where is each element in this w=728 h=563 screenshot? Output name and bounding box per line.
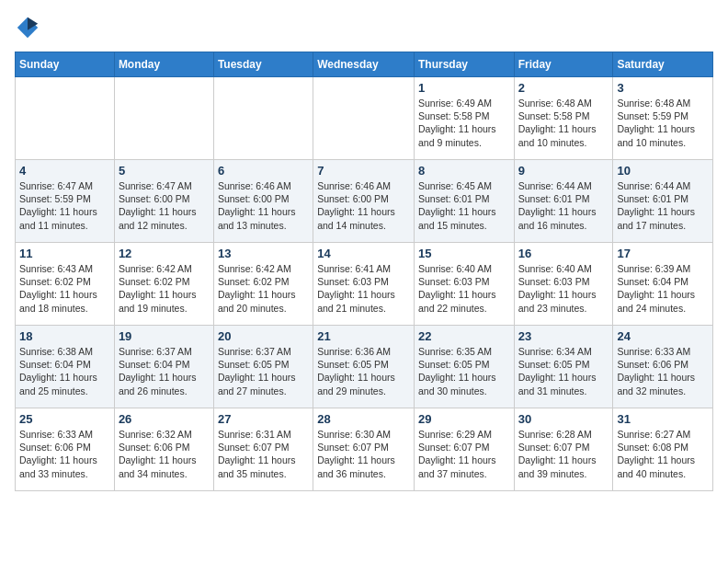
day-number: 27 [218,412,309,426]
calendar-cell: 23Sunrise: 6:34 AM Sunset: 6:05 PM Dayli… [514,326,613,408]
day-info: Sunrise: 6:33 AM Sunset: 6:06 PM Dayligh… [617,345,709,397]
calendar-cell: 2Sunrise: 6:48 AM Sunset: 5:58 PM Daylig… [514,77,613,160]
calendar-week-3: 11Sunrise: 6:43 AM Sunset: 6:02 PM Dayli… [16,243,713,326]
day-info: Sunrise: 6:47 AM Sunset: 5:59 PM Dayligh… [19,179,110,232]
day-info: Sunrise: 6:48 AM Sunset: 5:59 PM Dayligh… [617,97,709,149]
day-info: Sunrise: 6:47 AM Sunset: 6:00 PM Dayligh… [119,179,210,232]
day-info: Sunrise: 6:38 AM Sunset: 6:04 PM Dayligh… [19,345,110,397]
weekday-header-sunday: Sunday [16,52,115,77]
weekday-header-monday: Monday [114,52,213,77]
day-number: 30 [518,412,609,426]
day-info: Sunrise: 6:33 AM Sunset: 6:06 PM Dayligh… [19,428,110,480]
day-number: 1 [418,81,510,95]
day-number: 13 [218,247,309,260]
calendar-cell [213,77,313,160]
day-number: 24 [617,329,709,343]
calendar-cell: 26Sunrise: 6:32 AM Sunset: 6:06 PM Dayli… [114,408,213,491]
day-info: Sunrise: 6:34 AM Sunset: 6:05 PM Dayligh… [518,345,609,397]
day-number: 2 [518,81,609,95]
calendar-cell: 18Sunrise: 6:38 AM Sunset: 6:04 PM Dayli… [16,326,115,408]
day-info: Sunrise: 6:46 AM Sunset: 6:00 PM Dayligh… [218,179,309,232]
calendar-cell: 11Sunrise: 6:43 AM Sunset: 6:02 PM Dayli… [16,243,115,326]
calendar-table: SundayMondayTuesdayWednesdayThursdayFrid… [15,52,713,491]
day-info: Sunrise: 6:31 AM Sunset: 6:07 PM Dayligh… [218,428,309,480]
day-number: 12 [119,247,210,260]
day-number: 5 [119,164,210,178]
day-number: 29 [418,412,510,426]
calendar-week-5: 25Sunrise: 6:33 AM Sunset: 6:06 PM Dayli… [16,408,713,491]
calendar-cell: 15Sunrise: 6:40 AM Sunset: 6:03 PM Dayli… [414,243,514,326]
weekday-header-row: SundayMondayTuesdayWednesdayThursdayFrid… [16,52,713,77]
day-info: Sunrise: 6:43 AM Sunset: 6:02 PM Dayligh… [19,262,110,315]
calendar-cell: 19Sunrise: 6:37 AM Sunset: 6:04 PM Dayli… [114,326,213,408]
day-number: 10 [617,164,709,178]
calendar-cell [114,77,213,160]
calendar-cell: 17Sunrise: 6:39 AM Sunset: 6:04 PM Dayli… [613,243,713,326]
calendar-cell: 30Sunrise: 6:28 AM Sunset: 6:07 PM Dayli… [514,408,613,491]
calendar-cell: 12Sunrise: 6:42 AM Sunset: 6:02 PM Dayli… [114,243,213,326]
calendar-cell: 3Sunrise: 6:48 AM Sunset: 5:59 PM Daylig… [613,77,713,160]
day-number: 11 [19,247,110,260]
day-info: Sunrise: 6:28 AM Sunset: 6:07 PM Dayligh… [518,428,609,480]
day-info: Sunrise: 6:37 AM Sunset: 6:05 PM Dayligh… [218,345,309,397]
calendar-cell: 10Sunrise: 6:44 AM Sunset: 6:01 PM Dayli… [613,160,713,243]
day-number: 31 [617,412,709,426]
page-header [15,15,713,40]
day-info: Sunrise: 6:29 AM Sunset: 6:07 PM Dayligh… [418,428,510,480]
day-number: 21 [317,329,410,343]
day-info: Sunrise: 6:30 AM Sunset: 6:07 PM Dayligh… [317,428,410,480]
day-number: 7 [317,164,410,178]
calendar-cell: 24Sunrise: 6:33 AM Sunset: 6:06 PM Dayli… [613,326,713,408]
calendar-cell: 21Sunrise: 6:36 AM Sunset: 6:05 PM Dayli… [313,326,415,408]
day-number: 25 [19,412,110,426]
calendar-cell: 16Sunrise: 6:40 AM Sunset: 6:03 PM Dayli… [514,243,613,326]
calendar-cell: 9Sunrise: 6:44 AM Sunset: 6:01 PM Daylig… [514,160,613,243]
day-info: Sunrise: 6:44 AM Sunset: 6:01 PM Dayligh… [518,179,609,232]
day-info: Sunrise: 6:37 AM Sunset: 6:04 PM Dayligh… [119,345,210,397]
day-info: Sunrise: 6:36 AM Sunset: 6:05 PM Dayligh… [317,345,410,397]
weekday-header-friday: Friday [514,52,613,77]
day-number: 16 [518,247,609,260]
day-info: Sunrise: 6:48 AM Sunset: 5:58 PM Dayligh… [518,97,609,149]
calendar-cell: 1Sunrise: 6:49 AM Sunset: 5:58 PM Daylig… [414,77,514,160]
calendar-cell: 7Sunrise: 6:46 AM Sunset: 6:00 PM Daylig… [313,160,415,243]
day-info: Sunrise: 6:41 AM Sunset: 6:03 PM Dayligh… [317,262,410,315]
calendar-cell: 6Sunrise: 6:46 AM Sunset: 6:00 PM Daylig… [213,160,313,243]
weekday-header-wednesday: Wednesday [313,52,415,77]
day-number: 14 [317,247,410,260]
calendar-week-4: 18Sunrise: 6:38 AM Sunset: 6:04 PM Dayli… [16,326,713,408]
calendar-cell: 13Sunrise: 6:42 AM Sunset: 6:02 PM Dayli… [213,243,313,326]
day-number: 9 [518,164,609,178]
calendar-week-1: 1Sunrise: 6:49 AM Sunset: 5:58 PM Daylig… [16,77,713,160]
day-info: Sunrise: 6:40 AM Sunset: 6:03 PM Dayligh… [518,262,609,315]
weekday-header-tuesday: Tuesday [213,52,313,77]
calendar-cell: 14Sunrise: 6:41 AM Sunset: 6:03 PM Dayli… [313,243,415,326]
day-info: Sunrise: 6:39 AM Sunset: 6:04 PM Dayligh… [617,262,709,315]
day-number: 17 [617,247,709,260]
day-number: 28 [317,412,410,426]
calendar-cell: 25Sunrise: 6:33 AM Sunset: 6:06 PM Dayli… [16,408,115,491]
calendar-cell [16,77,115,160]
day-info: Sunrise: 6:46 AM Sunset: 6:00 PM Dayligh… [317,179,410,232]
logo [15,15,44,40]
day-info: Sunrise: 6:42 AM Sunset: 6:02 PM Dayligh… [119,262,210,315]
day-info: Sunrise: 6:49 AM Sunset: 5:58 PM Dayligh… [418,97,510,149]
day-number: 6 [218,164,309,178]
day-number: 26 [119,412,210,426]
logo-icon [15,15,40,40]
calendar-week-2: 4Sunrise: 6:47 AM Sunset: 5:59 PM Daylig… [16,160,713,243]
calendar-body: 1Sunrise: 6:49 AM Sunset: 5:58 PM Daylig… [16,77,713,491]
calendar-cell: 27Sunrise: 6:31 AM Sunset: 6:07 PM Dayli… [213,408,313,491]
day-number: 22 [418,329,510,343]
calendar-cell: 4Sunrise: 6:47 AM Sunset: 5:59 PM Daylig… [16,160,115,243]
day-info: Sunrise: 6:45 AM Sunset: 6:01 PM Dayligh… [418,179,510,232]
day-info: Sunrise: 6:35 AM Sunset: 6:05 PM Dayligh… [418,345,510,397]
weekday-header-saturday: Saturday [613,52,713,77]
calendar-cell [313,77,415,160]
day-number: 4 [19,164,110,178]
day-info: Sunrise: 6:32 AM Sunset: 6:06 PM Dayligh… [119,428,210,480]
calendar-header: SundayMondayTuesdayWednesdayThursdayFrid… [16,52,713,77]
calendar-cell: 29Sunrise: 6:29 AM Sunset: 6:07 PM Dayli… [414,408,514,491]
day-number: 15 [418,247,510,260]
day-number: 8 [418,164,510,178]
